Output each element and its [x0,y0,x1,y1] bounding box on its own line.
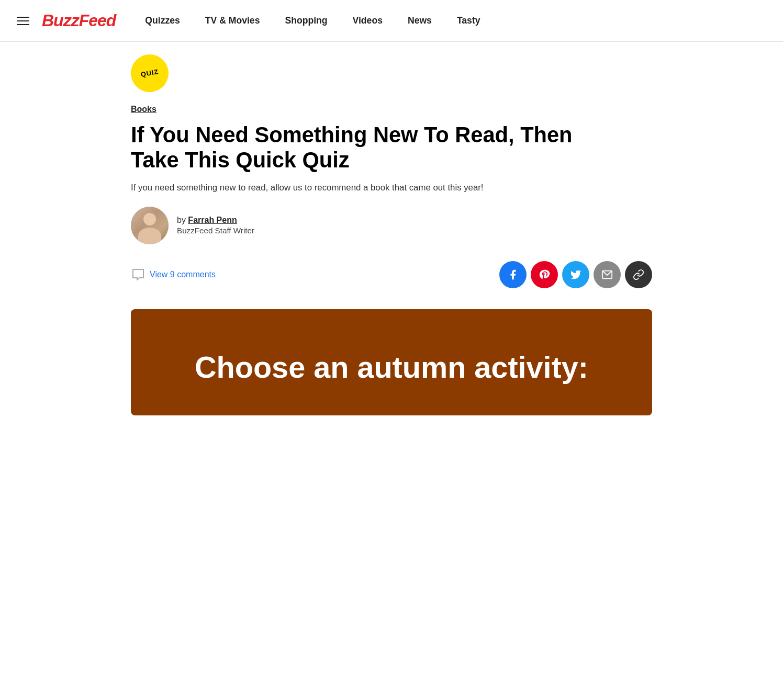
share-pinterest-button[interactable] [531,261,558,288]
author-by-label: by Farrah Penn [177,216,254,225]
nav-item-quizzes: Quizzes [132,15,192,26]
nav-link-tv-movies[interactable]: TV & Movies [193,15,273,26]
navbar: BuzzFeed Quizzes TV & Movies Shopping Vi… [0,0,783,42]
nav-link-shopping[interactable]: Shopping [272,15,340,26]
author-info: by Farrah Penn BuzzFeed Staff Writer [177,216,254,235]
nav-links: Quizzes TV & Movies Shopping Videos News… [132,15,770,26]
share-buttons [499,261,652,288]
author-role: BuzzFeed Staff Writer [177,226,254,235]
author-avatar-image [131,207,169,244]
quiz-badge: QUIZ [128,51,171,95]
article-subtitle: If you need something new to read, allow… [131,181,581,194]
buzzfeed-logo[interactable]: BuzzFeed [42,11,116,30]
breadcrumb: Books [131,105,652,114]
author-avatar [131,207,169,244]
nav-item-videos: Videos [340,15,395,26]
comments-link-text: View 9 comments [150,270,216,279]
nav-item-tv-movies: TV & Movies [193,15,273,26]
twitter-icon [570,269,581,280]
hamburger-line [17,20,29,21]
comment-icon [131,267,146,282]
quiz-card-title: Choose an autumn activity: [152,351,631,384]
nav-link-quizzes[interactable]: Quizzes [132,15,192,26]
nav-item-shopping: Shopping [272,15,340,26]
nav-link-videos[interactable]: Videos [340,15,395,26]
article-title: If You Need Something New To Read, Then … [131,122,612,173]
pinterest-icon [539,269,550,280]
share-email-button[interactable] [594,261,621,288]
hamburger-line [17,17,29,18]
link-icon [633,269,644,280]
email-icon [601,269,613,280]
facebook-icon [507,269,519,280]
author-name-link[interactable]: Farrah Penn [188,216,237,224]
comments-link[interactable]: View 9 comments [131,267,216,282]
engagement-row: View 9 comments [131,261,652,292]
nav-link-news[interactable]: News [395,15,444,26]
breadcrumb-link[interactable]: Books [131,105,156,114]
quiz-badge-text: QUIZ [140,68,159,78]
share-twitter-button[interactable] [562,261,589,288]
share-link-button[interactable] [625,261,652,288]
quiz-card: Choose an autumn activity: [131,309,652,415]
nav-item-news: News [395,15,444,26]
main-content: QUIZ Books If You Need Something New To … [114,42,669,428]
nav-link-tasty[interactable]: Tasty [444,15,493,26]
hamburger-line [17,24,29,25]
author-section: by Farrah Penn BuzzFeed Staff Writer [131,207,652,244]
nav-item-tasty: Tasty [444,15,493,26]
hamburger-button[interactable] [13,13,33,29]
share-facebook-button[interactable] [499,261,527,288]
